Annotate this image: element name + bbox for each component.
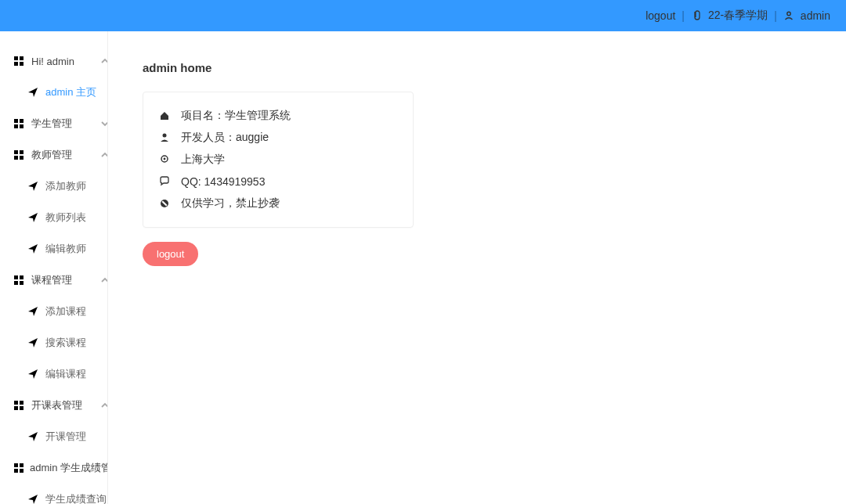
info-text: 项目名：学生管理系统 [181, 109, 291, 123]
sidebar-group-label: Hi! admin [31, 56, 74, 67]
sidebar-group-label: 开课表管理 [31, 398, 82, 412]
logout-button[interactable]: logout [143, 242, 198, 266]
chevron-up-icon [100, 275, 108, 285]
home-icon [159, 110, 175, 121]
sidebar-item[interactable]: admin 主页 [0, 77, 108, 108]
user-label[interactable]: admin [801, 9, 830, 22]
sidebar-item[interactable]: 添加课程 [0, 296, 108, 327]
pin-icon [159, 154, 175, 165]
chevron-down-icon [100, 119, 108, 128]
topbar: logout | 22-春季学期 | admin [0, 0, 846, 31]
sidebar-group-header[interactable]: 教师管理 [0, 139, 108, 171]
user-icon [159, 132, 175, 143]
paper-plane-icon [28, 182, 39, 191]
info-row: QQ: 1434919953 [159, 171, 397, 193]
info-row: 上海大学 [159, 149, 397, 171]
grid-icon [14, 56, 25, 66]
chat-icon [159, 176, 175, 187]
separator: | [682, 9, 685, 22]
paper-plane-icon [28, 338, 39, 347]
sidebar-item-label: 搜索课程 [45, 336, 86, 350]
paper-plane-icon [28, 369, 39, 379]
sidebar-item-label: 学生成绩查询 [45, 492, 107, 504]
sidebar-item[interactable]: 开课管理 [0, 421, 108, 452]
sidebar[interactable]: Hi! adminadmin 主页学生管理教师管理添加教师教师列表编辑教师课程管… [0, 31, 108, 504]
info-row: 开发人员：auggie [159, 127, 397, 149]
attachment-icon [691, 10, 702, 21]
grid-icon [14, 463, 24, 473]
grid-icon [14, 275, 25, 285]
chevron-up-icon [100, 150, 108, 160]
paper-plane-icon [28, 213, 39, 222]
sidebar-item[interactable]: 搜索课程 [0, 327, 108, 358]
info-row: 项目名：学生管理系统 [159, 105, 397, 127]
info-text: 仅供学习，禁止抄袭 [181, 196, 280, 211]
user-icon [783, 10, 794, 21]
main: Hi! adminadmin 主页学生管理教师管理添加教师教师列表编辑教师课程管… [0, 31, 846, 504]
sidebar-item[interactable]: 学生成绩查询 [0, 484, 108, 504]
info-card: 项目名：学生管理系统开发人员：auggie上海大学QQ: 1434919953仅… [143, 92, 414, 228]
sidebar-item-label: 添加教师 [45, 179, 86, 193]
grid-icon [14, 150, 25, 160]
topbar-logout-link[interactable]: logout [645, 9, 675, 22]
grid-icon [14, 401, 25, 410]
sidebar-group-header[interactable]: Hi! admin [0, 45, 108, 77]
sidebar-item[interactable]: 编辑教师 [0, 233, 108, 265]
chevron-up-icon [100, 56, 108, 66]
sidebar-group-label: admin 学生成绩管理 [30, 461, 108, 475]
semester-label[interactable]: 22-春季学期 [708, 9, 768, 23]
paper-plane-icon [28, 495, 39, 504]
info-text: 开发人员：auggie [181, 131, 269, 145]
sidebar-group-header[interactable]: admin 学生成绩管理 [0, 452, 108, 484]
chevron-up-icon [100, 401, 108, 410]
paper-plane-icon [28, 432, 39, 441]
info-row: 仅供学习，禁止抄袭 [159, 193, 397, 214]
sidebar-group-header[interactable]: 课程管理 [0, 265, 108, 296]
sidebar-item-label: admin 主页 [45, 85, 96, 99]
sidebar-group-label: 课程管理 [31, 273, 72, 287]
page-title: admin home [143, 61, 812, 74]
sidebar-item[interactable]: 教师列表 [0, 202, 108, 233]
sidebar-item-label: 添加课程 [45, 304, 86, 319]
sidebar-group-label: 教师管理 [31, 148, 72, 162]
paper-plane-icon [28, 307, 39, 316]
sidebar-item-label: 编辑课程 [45, 367, 86, 381]
content: admin home 项目名：学生管理系统开发人员：auggie上海大学QQ: … [108, 31, 846, 504]
grid-icon [14, 119, 25, 128]
info-text: 上海大学 [181, 153, 225, 167]
sidebar-group-header[interactable]: 开课表管理 [0, 390, 108, 421]
sidebar-item[interactable]: 添加教师 [0, 171, 108, 202]
sidebar-group-label: 学生管理 [31, 117, 72, 131]
sidebar-item-label: 开课管理 [45, 430, 86, 444]
forbid-icon [159, 198, 175, 209]
paper-plane-icon [28, 244, 39, 254]
info-text: QQ: 1434919953 [181, 175, 265, 188]
sidebar-group-header[interactable]: 学生管理 [0, 108, 108, 139]
separator: | [774, 9, 777, 22]
sidebar-item-label: 教师列表 [45, 211, 86, 225]
sidebar-item[interactable]: 编辑课程 [0, 358, 108, 390]
paper-plane-icon [28, 88, 39, 97]
sidebar-item-label: 编辑教师 [45, 242, 86, 256]
